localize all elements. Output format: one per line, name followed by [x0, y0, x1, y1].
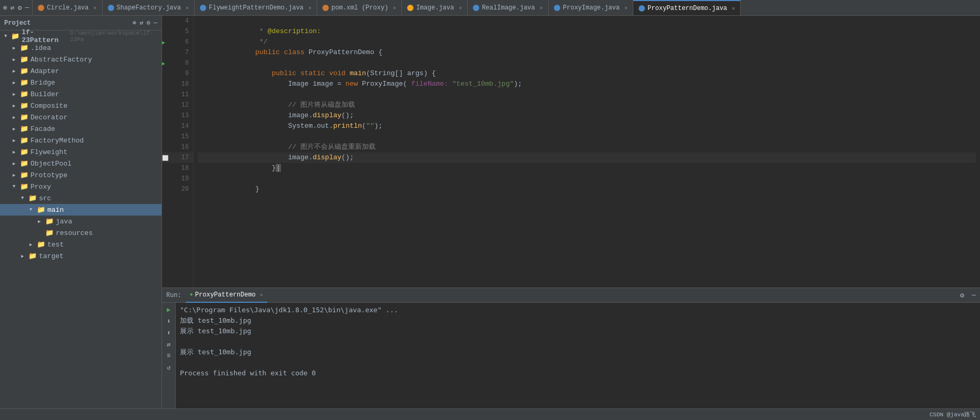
line-num-19: 19: [181, 175, 189, 182]
sidebar-icon-globe[interactable]: ⊕: [133, 19, 136, 27]
sidebar-item-decorator[interactable]: ▶ 📁 Decorator: [0, 111, 161, 123]
sidebar-item-bridge[interactable]: ▶ 📁 Bridge: [0, 77, 161, 88]
toggle-layout-icon[interactable]: ⇄: [11, 4, 15, 12]
line-num-18: 18: [181, 165, 189, 172]
sidebar-item-composite[interactable]: ▶ 📁 Composite: [0, 100, 161, 111]
line-num-11: 11: [181, 91, 189, 98]
folder-icon-prototype: 📁: [20, 171, 28, 179]
status-right-text: CSDN @java路飞: [930, 411, 976, 418]
output-line-2: 加载 test_10mb.jpg: [180, 315, 976, 326]
folder-icon-facade: 📁: [20, 125, 28, 133]
sidebar-item-objectpool[interactable]: ▶ 📁 ObjectPool: [0, 158, 161, 169]
folder-icon-composite: 📁: [20, 101, 28, 110]
sidebar-icon-gear[interactable]: ⚙: [147, 19, 150, 27]
code-line-11: // 图片将从磁盘加载: [198, 89, 976, 100]
tab-close-realimage[interactable]: ✕: [540, 5, 543, 11]
sidebar-item-facade[interactable]: ▶ 📁 Facade: [0, 123, 161, 135]
tab-proxyimage-java[interactable]: ProxyImage.java ✕: [549, 0, 633, 16]
gutter-run-6[interactable]: ▶: [162, 38, 165, 48]
sidebar: Project ⊕ ⇄ ⚙ — ▼ 📁 lf-23Pattern D:\wenj…: [0, 16, 162, 408]
line-num-4: 4: [185, 17, 189, 25]
line-num-16: 16: [181, 144, 189, 151]
folder-icon-test: 📁: [37, 240, 45, 249]
run-tab-proxypatterndemo[interactable]: ● ProxyPatternDemo ✕: [186, 288, 267, 303]
run-panel-close-icon[interactable]: —: [972, 291, 976, 299]
folder-icon-java: 📁: [45, 217, 54, 226]
sidebar-item-test[interactable]: ▶ 📁 test: [0, 239, 161, 250]
tab-pom-xml[interactable]: pom.xml (Proxy) ✕: [317, 0, 402, 16]
sidebar-item-flyweight[interactable]: ▶ 📁 Flyweight: [0, 146, 161, 158]
new-file-icon[interactable]: ⊕: [3, 4, 7, 12]
line-num-13: 13: [181, 112, 189, 119]
folder-icon-factorymethod: 📁: [20, 136, 28, 145]
tab-close-circle[interactable]: ✕: [94, 5, 97, 11]
gutter-run-8[interactable]: ▶: [162, 59, 165, 69]
folder-icon-objectpool: 📁: [20, 159, 28, 168]
tab-circle-java[interactable]: Circle.java ✕: [33, 0, 102, 16]
sidebar-item-src[interactable]: ▼ 📁 src: [0, 192, 161, 204]
sidebar-item-proxy[interactable]: ▼ 📁 Proxy: [0, 181, 161, 192]
sidebar-icon-layout[interactable]: ⇄: [139, 19, 143, 27]
tab-realimage-java[interactable]: RealImage.java ✕: [468, 0, 549, 16]
folder-icon-abstractfactory: 📁: [20, 55, 28, 64]
folder-icon-adapter: 📁: [20, 67, 28, 75]
run-btn-list[interactable]: ≡: [164, 351, 174, 361]
root-arrow: ▼: [4, 34, 11, 39]
line-num-15: 15: [181, 133, 189, 140]
tab-close-image[interactable]: ✕: [459, 5, 462, 11]
tab-close-flyweight[interactable]: ✕: [308, 5, 311, 11]
tab-close-shapefactory[interactable]: ✕: [186, 5, 189, 11]
tab-bar: ⊕ ⇄ ⚙ — Circle.java ✕ ShapeFactory.java …: [0, 0, 980, 16]
sidebar-item-builder[interactable]: ▶ 📁 Builder: [0, 88, 161, 100]
minimize-icon[interactable]: —: [25, 4, 29, 12]
folder-icon-src: 📁: [28, 194, 37, 202]
editor-area: 4 5 ▶ 6 7 ▶ 8 9: [162, 16, 980, 408]
gutter-bookmark-17[interactable]: ⬜: [162, 153, 168, 164]
line-num-5: 5: [185, 28, 189, 35]
line-num-8: 8: [185, 59, 189, 67]
output-line-1: "C:\Program Files\Java\jdk1.8.0_152\bin\…: [180, 305, 976, 315]
run-tab-label: ProxyPatternDemo: [195, 291, 256, 299]
sidebar-toolbar: ⊕ ⇄ ⚙ —: [133, 19, 157, 27]
sidebar-item-main[interactable]: ▼ 📁 main: [0, 204, 161, 216]
sidebar-item-target[interactable]: ▶ 📁 target: [0, 250, 161, 262]
tab-close-pom[interactable]: ✕: [393, 5, 396, 11]
sidebar-item-idea[interactable]: ▶ 📁 .idea: [0, 42, 161, 54]
code-line-20: [198, 184, 976, 194]
line-num-7: 7: [185, 49, 189, 56]
folder-icon-flyweight: 📁: [20, 148, 28, 156]
sidebar-item-abstractfactory[interactable]: ▶ 📁 AbstractFactory: [0, 54, 161, 65]
tab-shapefactory-java[interactable]: ShapeFactory.java ✕: [103, 0, 195, 16]
run-panel-settings-icon[interactable]: ⚙: [960, 291, 964, 300]
run-panel-header: Run: ● ProxyPatternDemo ✕ ⚙ —: [162, 288, 980, 303]
run-btn-stop[interactable]: ⬇: [164, 316, 174, 326]
folder-icon-idea: 📁: [20, 44, 28, 52]
code-container[interactable]: 4 5 ▶ 6 7 ▶ 8 9: [162, 16, 980, 288]
sidebar-icon-minimize[interactable]: —: [154, 19, 157, 27]
tab-flyweight-java[interactable]: FlyweightPatternDemo.java ✕: [195, 0, 317, 16]
output-line-4: [180, 336, 976, 347]
run-btn-refresh[interactable]: ↺: [164, 363, 174, 372]
sidebar-item-prototype[interactable]: ▶ 📁 Prototype: [0, 169, 161, 181]
run-btn-play[interactable]: ▶: [164, 305, 174, 314]
sidebar-item-factorymethod[interactable]: ▶ 📁 FactoryMethod: [0, 135, 161, 146]
sidebar-item-java[interactable]: ▶ 📁 java: [0, 216, 161, 227]
code-editor[interactable]: * @description: */ public class ProxyPat…: [194, 16, 980, 288]
tree-root[interactable]: ▼ 📁 lf-23Pattern D:\wenjian\workspace\lf…: [0, 30, 161, 42]
run-btn-rerun[interactable]: ⬆: [164, 328, 174, 337]
line-num-20: 20: [181, 186, 189, 193]
status-bar: CSDN @java路飞: [0, 408, 980, 420]
sidebar-item-resources[interactable]: ▶ 📁 resources: [0, 227, 161, 239]
settings-icon[interactable]: ⚙: [18, 4, 22, 12]
run-output[interactable]: "C:\Program Files\Java\jdk1.8.0_152\bin\…: [176, 303, 980, 408]
run-btn-toggle[interactable]: ⇄: [164, 340, 174, 349]
line-num-14: 14: [181, 122, 189, 130]
tab-image-java[interactable]: Image.java ✕: [402, 0, 468, 16]
run-tab-close[interactable]: ✕: [260, 292, 263, 298]
folder-icon-bridge: 📁: [20, 78, 28, 87]
tab-close-proxyimage[interactable]: ✕: [624, 5, 628, 11]
sidebar-item-adapter[interactable]: ▶ 📁 Adapter: [0, 65, 161, 77]
main-area: Project ⊕ ⇄ ⚙ — ▼ 📁 lf-23Pattern D:\wenj…: [0, 16, 980, 408]
tab-close-proxypatterndemo[interactable]: ✕: [732, 5, 735, 12]
tab-proxypatterndemo-java[interactable]: ProxyPatternDemo.java ✕: [633, 0, 741, 16]
